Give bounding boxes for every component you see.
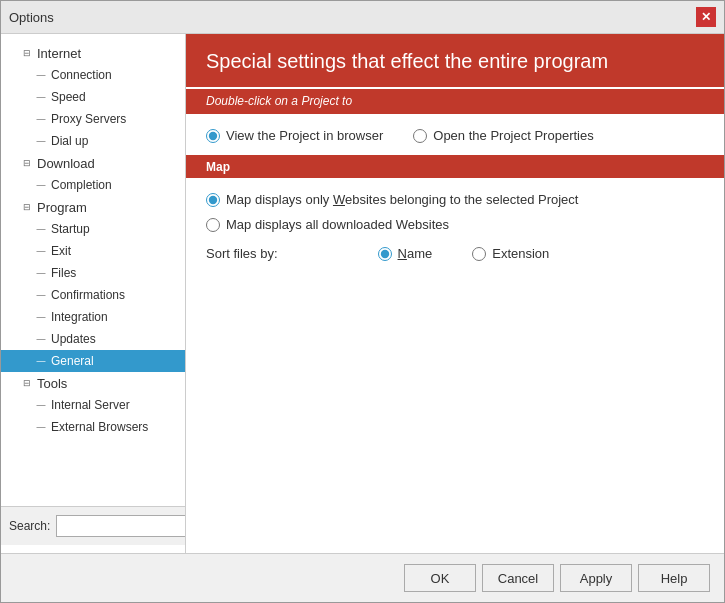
dash-icon: — (33, 287, 49, 303)
apply-button[interactable]: Apply (560, 564, 632, 592)
dash-icon: — (33, 353, 49, 369)
dash-icon: — (33, 243, 49, 259)
sidebar-item-download[interactable]: ⊟ Download (1, 152, 185, 174)
section1-label: Double-click on a Project to (206, 94, 352, 108)
radio-view-project[interactable]: View the Project in browser (206, 128, 383, 143)
sidebar-item-label: External Browsers (51, 420, 148, 434)
sidebar-item-program[interactable]: ⊟ Program (1, 196, 185, 218)
radio-name-label: Name (398, 246, 433, 261)
sidebar-item-label: Files (51, 266, 76, 280)
sidebar-item-label: Integration (51, 310, 108, 324)
dash-icon: — (33, 177, 49, 193)
radio-map-all-input[interactable] (206, 218, 220, 232)
sidebar-item-general[interactable]: — General (1, 350, 185, 372)
radio-map-selected-input[interactable] (206, 193, 220, 207)
radio-extension[interactable]: Extension (472, 246, 549, 261)
sidebar-item-dial-up[interactable]: — Dial up (1, 130, 185, 152)
search-label: Search: (9, 519, 50, 533)
sidebar-item-connection[interactable]: — Connection (1, 64, 185, 86)
dash-icon: — (33, 309, 49, 325)
sidebar-item-startup[interactable]: — Startup (1, 218, 185, 240)
expand-icon: ⊟ (19, 199, 35, 215)
radio-map-selected-label: Map displays only Websites belonging to … (226, 192, 578, 207)
expand-icon: ⊟ (19, 45, 35, 61)
sidebar-item-label: Proxy Servers (51, 112, 126, 126)
sidebar-item-external-browsers[interactable]: — External Browsers (1, 416, 185, 438)
radio-view-project-input[interactable] (206, 129, 220, 143)
dash-icon: — (33, 111, 49, 127)
dash-icon: — (33, 265, 49, 281)
sidebar-item-internal-server[interactable]: — Internal Server (1, 394, 185, 416)
sidebar-item-label: General (51, 354, 94, 368)
radio-group-project: View the Project in browser Open the Pro… (206, 128, 704, 143)
radio-name-input[interactable] (378, 247, 392, 261)
radio-extension-input[interactable] (472, 247, 486, 261)
sidebar-item-files[interactable]: — Files (1, 262, 185, 284)
cancel-button[interactable]: Cancel (482, 564, 554, 592)
sidebar-item-proxy-servers[interactable]: — Proxy Servers (1, 108, 185, 130)
options-dialog: Options ✕ ⊟ Internet — Connection — (0, 0, 725, 603)
sidebar-item-tools[interactable]: ⊟ Tools (1, 372, 185, 394)
radio-group-map: Map displays only Websites belonging to … (206, 192, 704, 232)
sidebar-item-exit[interactable]: — Exit (1, 240, 185, 262)
sidebar-item-label: Speed (51, 90, 86, 104)
dash-icon: — (33, 67, 49, 83)
dash-icon: — (33, 133, 49, 149)
expand-icon: ⊟ (19, 155, 35, 171)
sidebar-item-completion[interactable]: — Completion (1, 174, 185, 196)
dash-icon: — (33, 89, 49, 105)
dash-icon: — (33, 221, 49, 237)
radio-map-all-label: Map displays all downloaded Websites (226, 217, 449, 232)
radio-name[interactable]: Name (378, 246, 433, 261)
ok-button[interactable]: OK (404, 564, 476, 592)
radio-map-all[interactable]: Map displays all downloaded Websites (206, 217, 704, 232)
radio-view-project-label: View the Project in browser (226, 128, 383, 143)
sidebar-item-updates[interactable]: — Updates (1, 328, 185, 350)
dash-icon: — (33, 419, 49, 435)
sidebar-item-label: Internal Server (51, 398, 130, 412)
close-button[interactable]: ✕ (696, 7, 716, 27)
search-input[interactable] (56, 515, 186, 537)
expand-icon: ⊟ (19, 375, 35, 391)
help-button[interactable]: Help (638, 564, 710, 592)
radio-open-properties-label: Open the Project Properties (433, 128, 593, 143)
dialog-body: ⊟ Internet — Connection — Speed — (1, 34, 724, 553)
dialog-footer: OK Cancel Apply Help (1, 553, 724, 602)
radio-open-properties[interactable]: Open the Project Properties (413, 128, 593, 143)
radio-open-properties-input[interactable] (413, 129, 427, 143)
header-section: Special settings that effect the entire … (186, 34, 724, 87)
dash-icon: — (33, 397, 49, 413)
sidebar: ⊟ Internet — Connection — Speed — (1, 34, 186, 553)
sort-label: Sort files by: (206, 246, 278, 261)
sidebar-item-label: Startup (51, 222, 90, 236)
sort-row: Sort files by: Name Extension (206, 246, 704, 261)
search-area: Search: (1, 506, 185, 545)
sidebar-item-integration[interactable]: — Integration (1, 306, 185, 328)
sort-options: Name Extension (298, 246, 550, 261)
map-section-label: Map (206, 160, 230, 174)
sidebar-item-label: Confirmations (51, 288, 125, 302)
sidebar-item-label: Download (37, 156, 95, 171)
sidebar-item-label: Internet (37, 46, 81, 61)
sidebar-item-label: Completion (51, 178, 112, 192)
map-section-bar: Map (186, 155, 724, 178)
section1-bar: Double-click on a Project to (186, 89, 724, 114)
sidebar-item-label: Tools (37, 376, 67, 391)
content-area: View the Project in browser Open the Pro… (186, 114, 724, 553)
radio-extension-label: Extension (492, 246, 549, 261)
header-title: Special settings that effect the entire … (206, 50, 704, 73)
sidebar-item-speed[interactable]: — Speed (1, 86, 185, 108)
sidebar-item-label: Exit (51, 244, 71, 258)
sidebar-item-label: Program (37, 200, 87, 215)
sidebar-item-confirmations[interactable]: — Confirmations (1, 284, 185, 306)
sidebar-item-label: Updates (51, 332, 96, 346)
title-bar: Options ✕ (1, 1, 724, 34)
radio-map-selected[interactable]: Map displays only Websites belonging to … (206, 192, 704, 207)
sidebar-item-internet[interactable]: ⊟ Internet (1, 42, 185, 64)
sidebar-item-label: Connection (51, 68, 112, 82)
dialog-title: Options (9, 10, 54, 25)
sidebar-item-label: Dial up (51, 134, 88, 148)
dash-icon: — (33, 331, 49, 347)
main-content: Special settings that effect the entire … (186, 34, 724, 553)
